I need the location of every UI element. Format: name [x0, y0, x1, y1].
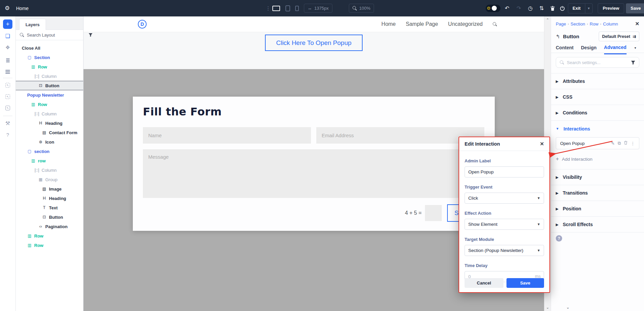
- tree-item-image[interactable]: ▧Image: [16, 184, 83, 194]
- tree-item-close-all[interactable]: Close All: [16, 43, 83, 53]
- breadcrumb-row[interactable]: Row: [590, 21, 598, 27]
- target-module-select[interactable]: Section (Popup Newsletter)▼: [465, 245, 544, 256]
- section-attributes[interactable]: ▶Attributes: [551, 73, 644, 89]
- tree-item-section[interactable]: ▢Section: [16, 53, 83, 62]
- filter-icon[interactable]: [89, 33, 93, 37]
- nav-item-home[interactable]: Home: [381, 21, 396, 27]
- edit-pencil-icon[interactable]: ✎: [611, 141, 615, 146]
- preview-button[interactable]: Preview: [598, 3, 624, 13]
- trigger-event-select[interactable]: Click▼: [465, 193, 544, 204]
- section-conditions[interactable]: ▶Conditions: [551, 105, 644, 121]
- kebab-menu-icon[interactable]: ⋮: [631, 141, 635, 146]
- design-presets-button[interactable]: ❖: [3, 43, 12, 52]
- tree-item-contact-form[interactable]: ▤Contact Form: [16, 128, 83, 137]
- desktop-view-button[interactable]: [272, 0, 280, 16]
- section-position[interactable]: ▶Position: [551, 201, 644, 217]
- tree-item-group[interactable]: ▦Group: [16, 175, 83, 184]
- power-icon[interactable]: [559, 0, 565, 16]
- breadcrumb-page[interactable]: Page: [556, 21, 566, 27]
- wp-settings-button[interactable]: ⚙: [5, 0, 10, 16]
- section-transitions[interactable]: ▶Transitions: [551, 185, 644, 201]
- divi-logo[interactable]: D: [138, 20, 147, 29]
- layers-view-button[interactable]: ❏: [3, 32, 12, 40]
- multi-select-tool-button[interactable]: ↖: [3, 92, 12, 101]
- tree-item-row[interactable]: ▥row: [16, 156, 83, 165]
- module-picker-button[interactable]: ↖: [3, 104, 12, 112]
- select-tool-button[interactable]: ↖: [3, 81, 12, 90]
- delete-icon[interactable]: [624, 141, 628, 146]
- tree-item-button[interactable]: ⊡Button: [16, 81, 83, 90]
- close-icon[interactable]: ✕: [540, 141, 544, 147]
- tab-design[interactable]: Design: [581, 45, 597, 54]
- sort-arrows-icon[interactable]: ⇅: [539, 0, 544, 16]
- duplicate-icon[interactable]: ⧉: [618, 141, 621, 146]
- section-interactions[interactable]: ▼Interactions: [551, 121, 644, 137]
- add-module-button[interactable]: +: [3, 19, 12, 29]
- scroll-down-icon[interactable]: ⌄: [544, 305, 551, 310]
- chevron-down-icon[interactable]: ▾: [635, 46, 636, 53]
- tree-item-column[interactable]: [□]Column: [16, 71, 83, 81]
- tree-item-row[interactable]: ▥Row: [16, 241, 83, 250]
- phone-view-button[interactable]: [295, 0, 299, 16]
- exit-dropdown-caret[interactable]: ▾: [585, 6, 592, 10]
- site-search-icon[interactable]: [493, 22, 497, 27]
- library-button[interactable]: [3, 54, 12, 63]
- tree-item-column[interactable]: [□]Column: [16, 165, 83, 175]
- builder-settings-button[interactable]: ⚒: [3, 119, 12, 127]
- tree-item-row[interactable]: ▥Row: [16, 62, 83, 71]
- section-scroll-effects[interactable]: ▶Scroll Effects: [551, 217, 644, 232]
- tab-content[interactable]: Content: [556, 45, 574, 54]
- history-icon[interactable]: ◷: [528, 0, 533, 16]
- exit-button[interactable]: Exit ▾: [568, 3, 593, 13]
- tree-item-row[interactable]: ▥Row: [16, 231, 83, 241]
- save-button[interactable]: Save: [626, 3, 644, 13]
- page-title[interactable]: Home: [16, 0, 29, 16]
- modal-save-button[interactable]: Save: [506, 278, 544, 288]
- cancel-button[interactable]: Cancel: [465, 278, 503, 288]
- zoom-level-input[interactable]: 100%: [349, 4, 374, 13]
- outline-button[interactable]: [3, 66, 12, 74]
- tree-item-icon[interactable]: ⊛Icon: [16, 137, 83, 147]
- tab-advanced[interactable]: Advanced: [604, 45, 627, 54]
- tree-item-pagination[interactable]: ‹›Pagination: [16, 222, 83, 231]
- tree-item-column[interactable]: [□]Column: [16, 109, 83, 118]
- interaction-item[interactable]: Open Popup ✎ ⧉ ⋮: [556, 137, 639, 149]
- message-field[interactable]: [143, 149, 484, 198]
- tree-item-row[interactable]: ▥Row: [16, 100, 83, 109]
- tree-item-button[interactable]: ⊡Button: [16, 212, 83, 222]
- viewport-width-input[interactable]: ↔1375px: [304, 4, 332, 13]
- captcha-input[interactable]: [425, 205, 442, 221]
- admin-label-input[interactable]: [465, 166, 544, 177]
- ai-toggle[interactable]: ⚙: [486, 5, 500, 12]
- section-css[interactable]: ▶CSS: [551, 89, 644, 105]
- breadcrumb-section[interactable]: Section: [571, 21, 585, 27]
- layers-search-input[interactable]: [27, 33, 86, 38]
- tab-layers[interactable]: Layers: [19, 19, 46, 30]
- effect-action-select[interactable]: Show Element▼: [465, 219, 544, 230]
- name-field[interactable]: [143, 127, 311, 144]
- help-badge[interactable]: ?: [556, 235, 562, 242]
- tree-item-text[interactable]: TText: [16, 203, 83, 212]
- default-preset-button[interactable]: Default Preset ⇉: [599, 32, 639, 41]
- tree-item-heading[interactable]: HHeading: [16, 118, 83, 128]
- tree-item-heading[interactable]: HHeading: [16, 194, 83, 203]
- trash-icon[interactable]: [550, 0, 555, 16]
- nav-item-uncategorized[interactable]: Uncategorized: [448, 21, 483, 27]
- add-interaction-button[interactable]: + Add Interaction: [556, 156, 639, 162]
- filter-icon[interactable]: [631, 60, 635, 65]
- drag-dots-icon[interactable]: ⋮: [266, 0, 271, 16]
- redo-icon[interactable]: ↷: [517, 0, 521, 16]
- nav-item-sample-page[interactable]: Sample Page: [406, 21, 438, 27]
- tree-item-section[interactable]: ▢section: [16, 147, 83, 156]
- tree-item-popup-newsletter[interactable]: Popup Newsletter: [16, 90, 83, 100]
- back-arrow-icon[interactable]: ↰: [556, 34, 560, 40]
- panel-scroll-down-icon[interactable]: ⌄: [566, 305, 570, 310]
- breadcrumb-column[interactable]: Column: [603, 21, 618, 27]
- scroll-up-icon[interactable]: ⌃: [544, 18, 551, 22]
- close-icon[interactable]: ✕: [635, 21, 639, 27]
- tablet-view-button[interactable]: [285, 0, 290, 16]
- help-button[interactable]: ?: [3, 130, 12, 139]
- settings-search-input[interactable]: [567, 60, 628, 65]
- open-popup-button[interactable]: Click Here To Open Popup: [265, 35, 363, 51]
- section-visibility[interactable]: ▶Visibility: [551, 169, 644, 185]
